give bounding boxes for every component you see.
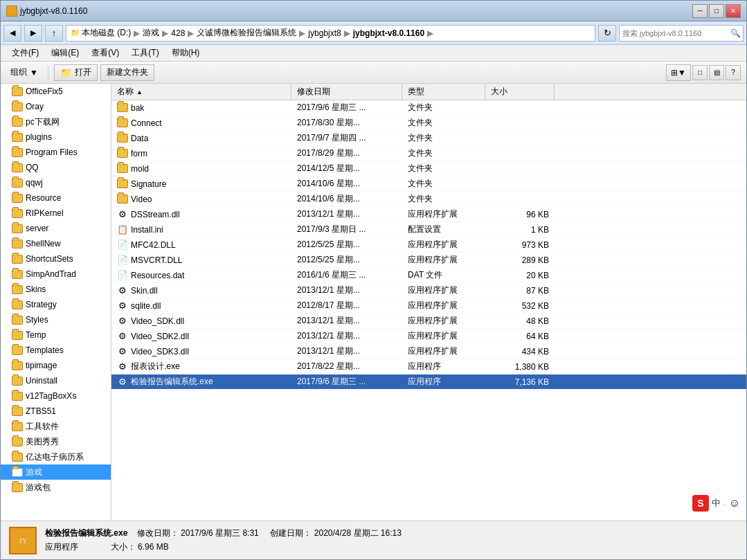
sidebar-item-meitu[interactable]: 美图秀秀	[1, 434, 111, 449]
sidebar-item-pcdownload[interactable]: pc下载网	[1, 114, 111, 129]
table-row[interactable]: ⚙Skin.dll2013/12/1 星期...应用程序扩展87 KB	[111, 283, 746, 298]
sidebar-item-shortcutsets[interactable]: ShortcutSets	[1, 251, 111, 267]
table-row[interactable]: ⚙DSStream.dll2013/12/1 星期...应用程序扩展96 KB	[111, 207, 746, 222]
sidebar-label: ZTBS51	[26, 406, 56, 416]
file-icon: 📋	[117, 224, 128, 235]
preview-pane-button[interactable]: □	[692, 65, 708, 80]
table-row[interactable]: Connect2017/8/30 星期...文件夹	[111, 116, 746, 131]
forward-button[interactable]: ▶	[24, 25, 42, 42]
folder-icon	[117, 148, 128, 159]
search-icon[interactable]: 🔍	[728, 26, 743, 41]
file-date-cell: 2012/5/25 星期...	[291, 253, 402, 267]
table-row[interactable]: Signature2014/10/6 星期...文件夹	[111, 177, 746, 192]
sidebar-item-skins[interactable]: Skins	[1, 282, 111, 297]
sidebar-item-programfiles[interactable]: Program Files	[1, 145, 111, 160]
table-row[interactable]: Video2014/10/6 星期...文件夹	[111, 192, 746, 207]
sidebar-item-strategy[interactable]: Strategy	[1, 297, 111, 312]
table-row[interactable]: Data2017/9/7 星期四 ...文件夹	[111, 131, 746, 146]
sidebar-item-qqwj[interactable]: qqwj	[1, 175, 111, 190]
folder-icon	[12, 437, 23, 446]
path-bar[interactable]: 📁 本地磁盘 (D:) ▶ 游戏 ▶ 428 ▶ 义诚博微检验报告编辑系统 ▶ …	[66, 25, 595, 42]
sidebar-item-templates[interactable]: Templates	[1, 343, 111, 358]
close-button[interactable]: ✕	[726, 4, 741, 18]
refresh-button[interactable]: ↻	[598, 25, 616, 42]
sidebar-item-tools[interactable]: 工具软件	[1, 419, 111, 434]
file-type-cell: 应用程序扩展	[402, 344, 485, 359]
file-type-cell: 应用程序扩展	[402, 298, 485, 313]
search-input[interactable]	[620, 29, 728, 37]
sidebar-item-oray[interactable]: Oray	[1, 99, 111, 114]
file-name-text: Skin.dll	[131, 286, 158, 296]
file-size-cell	[485, 192, 555, 206]
menu-file[interactable]: 文件(F)	[6, 46, 44, 60]
details-pane-button[interactable]: ▤	[709, 65, 724, 80]
sidebar-item-ztbs51[interactable]: ZTBS51	[1, 404, 111, 419]
menu-edit[interactable]: 编辑(E)	[46, 46, 84, 60]
sidebar-item-server[interactable]: server	[1, 221, 111, 236]
sidebar-item-qq[interactable]: QQ	[1, 160, 111, 175]
col-date-header[interactable]: 修改日期	[291, 84, 402, 100]
sidebar-item-yida[interactable]: 亿达电子病历系	[1, 449, 111, 464]
organize-button[interactable]: 组织 ▼	[6, 66, 42, 78]
maximize-button[interactable]: □	[709, 4, 724, 18]
col-type-header[interactable]: 类型	[402, 84, 485, 100]
up-button[interactable]: ↑	[45, 25, 63, 42]
sidebar-item-youxi[interactable]: 游戏	[1, 464, 111, 480]
menu-tools[interactable]: 工具(T)	[126, 46, 164, 60]
sidebar-item-tipimage[interactable]: tipimage	[1, 358, 111, 373]
sidebar-label: 美图秀秀	[26, 436, 59, 448]
menu-view[interactable]: 查看(V)	[86, 46, 125, 60]
table-row[interactable]: ⚙报表设计.exe2017/8/22 星期...应用程序1,380 KB	[111, 359, 746, 374]
table-row[interactable]: ⚙检验报告编辑系统.exe2017/9/6 星期三 ...应用程序7,136 K…	[111, 374, 746, 390]
col-name-header[interactable]: 名称 ▲	[111, 84, 291, 100]
sidebar-label: ShellNew	[26, 239, 61, 249]
table-row[interactable]: ⚙Video_SDK.dll2013/12/1 星期...应用程序扩展48 KB	[111, 314, 746, 329]
table-row[interactable]: 📋Install.ini2017/9/3 星期日 ...配置设置1 KB	[111, 222, 746, 237]
table-row[interactable]: 📄Resources.dat2016/1/6 星期三 ...DAT 文件20 K…	[111, 268, 746, 283]
table-row[interactable]: ⚙sqlite.dll2012/8/17 星期...应用程序扩展532 KB	[111, 298, 746, 314]
file-size-cell: 20 KB	[485, 268, 555, 282]
table-row[interactable]: form2017/8/29 星期...文件夹	[111, 146, 746, 161]
sidebar-item-v12tagboxxs[interactable]: v12TagBoxXs	[1, 388, 111, 404]
address-bar: ◀ ▶ ↑ 📁 本地磁盘 (D:) ▶ 游戏 ▶ 428 ▶ 义诚博微检验报告编…	[1, 21, 746, 45]
table-row[interactable]: ⚙Video_SDK3.dll2013/12/1 星期...应用程序扩展434 …	[111, 344, 746, 359]
views-button[interactable]: ⊞ ▼	[666, 64, 691, 81]
file-size-cell: 1 KB	[485, 222, 555, 237]
col-size-header[interactable]: 大小	[485, 84, 555, 100]
sidebar-label: tipimage	[26, 361, 57, 370]
file-icon: ⚙	[117, 300, 128, 311]
sidebar-item-officefix5[interactable]: OfficeFix5	[1, 84, 111, 99]
sep1: ▶	[132, 28, 141, 38]
table-row[interactable]: 📄MSVCRT.DLL2012/5/25 星期...应用程序扩展289 KB	[111, 253, 746, 268]
sidebar-item-styles[interactable]: Styles	[1, 312, 111, 327]
sidebar-label: SimpAndTrad	[26, 269, 76, 279]
status-filename: 检验报告编辑系统.exe 修改日期： 2017/9/6 星期三 8:31 创建日…	[45, 527, 402, 540]
folder-icon	[12, 224, 23, 233]
sidebar-item-youxibao[interactable]: 游戏包	[1, 480, 111, 495]
table-row[interactable]: bak2017/9/6 星期三 ...文件夹	[111, 100, 746, 116]
folder-icon	[12, 346, 23, 355]
table-row[interactable]: ⚙Video_SDK2.dll2013/12/1 星期...应用程序扩展64 K…	[111, 329, 746, 344]
new-folder-button[interactable]: 新建文件夹	[100, 64, 154, 81]
sidebar-item-resource[interactable]: Resource	[1, 190, 111, 206]
search-bar: 🔍	[619, 25, 744, 42]
table-row[interactable]: mold2014/12/5 星期...文件夹	[111, 161, 746, 177]
sidebar-item-ripkernel[interactable]: RIPKernel	[1, 206, 111, 221]
file-name-cell: 📄MFC42.DLL	[111, 237, 291, 252]
open-button[interactable]: 📁 打开	[54, 64, 98, 81]
sidebar-item-simpandtrad[interactable]: SimpAndTrad	[1, 267, 111, 282]
title-bar: jybgbjxt-v8.0.1160 ─ □ ✕	[1, 1, 746, 21]
folder-icon	[12, 102, 23, 111]
menu-help[interactable]: 帮助(H)	[166, 46, 206, 60]
help-button[interactable]: ?	[726, 65, 741, 80]
sidebar-item-uninstall[interactable]: Uninstall	[1, 373, 111, 388]
sidebar-item-plugins[interactable]: plugins	[1, 129, 111, 145]
file-name-text: MFC42.DLL	[131, 240, 176, 250]
folder-icon	[12, 163, 23, 172]
sidebar-item-temp[interactable]: Temp	[1, 327, 111, 343]
back-button[interactable]: ◀	[3, 25, 21, 42]
table-row[interactable]: 📄MFC42.DLL2012/5/25 星期...应用程序扩展973 KB	[111, 237, 746, 253]
sidebar-item-shellnew[interactable]: ShellNew	[1, 236, 111, 251]
minimize-button[interactable]: ─	[692, 4, 708, 18]
file-name-cell: 📋Install.ini	[111, 222, 291, 237]
